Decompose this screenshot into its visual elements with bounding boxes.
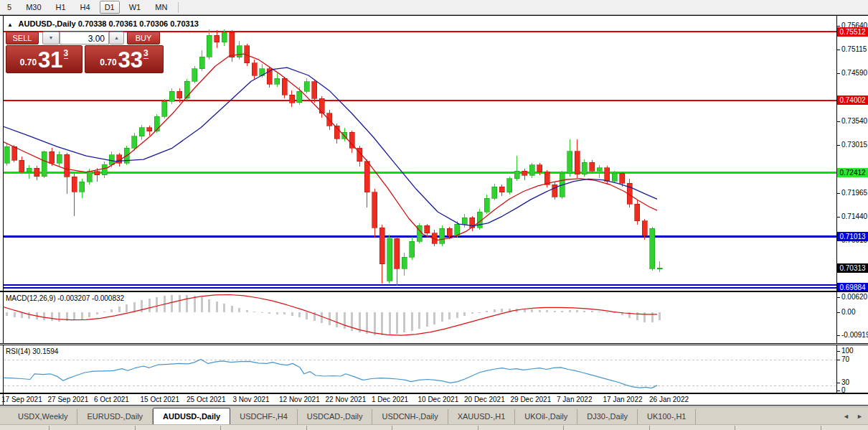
date-tick-label: 17 Sep 2021 — [1, 396, 42, 403]
chart-tab-eurusd[interactable]: EURUSD-,Daily — [77, 409, 153, 424]
tab-scroll-left-icon[interactable]: ◄ — [843, 413, 849, 420]
price-level-badge: 0.70313 — [837, 263, 868, 273]
panel-separator-rsi-dates — [0, 393, 868, 394]
chart-tab-ukoil[interactable]: UKOil-,Daily — [515, 409, 577, 424]
date-tick-label: 6 Oct 2021 — [94, 396, 129, 403]
rsi-tick-mark — [837, 383, 840, 383]
volume-increase-button[interactable]: ▲ — [109, 32, 124, 45]
rsi-indicator-canvas[interactable] — [4, 345, 836, 393]
macd-tick-mark — [837, 312, 840, 313]
collapse-triangle-icon[interactable]: ▲ — [7, 22, 13, 28]
rsi-tick-label: 30 — [841, 378, 849, 386]
date-tick-label: 22 Nov 2021 — [326, 396, 367, 403]
chart-ohlc-readout: 0.70338 0.70361 0.70306 0.70313 — [78, 19, 199, 28]
date-axis-bottom-border — [0, 405, 868, 406]
status-divider — [821, 426, 821, 430]
price-tick-label: 0.71440 — [841, 212, 867, 220]
date-tick-label: 25 Oct 2021 — [187, 396, 225, 403]
macd-indicator-canvas[interactable] — [4, 292, 836, 344]
status-divider — [135, 426, 136, 430]
volume-input[interactable]: 3.00 — [60, 32, 109, 45]
price-level-badge: 0.74002 — [837, 95, 868, 105]
price-axis-separator — [836, 16, 837, 393]
rsi-indicator-label: RSI(14) 30.1594 — [6, 347, 58, 355]
timeframe-toolbar: 5M30H1H4D1W1MN — [0, 0, 868, 15]
status-divider — [563, 426, 564, 430]
date-tick-label: 7 Jan 2022 — [557, 396, 593, 403]
timeframe-button-m30[interactable]: M30 — [21, 1, 46, 14]
price-tick-mark — [837, 193, 840, 194]
status-divider — [49, 426, 49, 430]
buy-button[interactable]: BUY — [127, 32, 160, 45]
buy-price-box[interactable]: 0.70 33 3 — [85, 45, 164, 73]
rsi-tick-mark — [837, 391, 840, 391]
sell-price-big: 31 — [38, 50, 62, 70]
chart-tab-usdcad[interactable]: USDCAD-,Daily — [298, 409, 373, 424]
buy-price-big: 33 — [118, 50, 143, 70]
price-tick-label: 0.73540 — [841, 117, 867, 125]
chart-title: ▲ AUDUSD-,Daily 0.70338 0.70361 0.70306 … — [7, 19, 199, 28]
macd-tick-mark — [837, 297, 840, 298]
chart-tab-bar: USDX,WeeklyEURUSD-,DailyAUDUSD-,DailyUSD… — [0, 406, 868, 424]
rsi-tick-label: 70 — [841, 355, 849, 363]
volume-decrease-button[interactable]: ▼ — [42, 32, 60, 45]
sell-price-prefix: 0.70 — [20, 57, 37, 67]
price-tick-label: 0.71965 — [841, 189, 867, 197]
timeframe-button-h1[interactable]: H1 — [51, 1, 71, 14]
price-tick-label: 0.75115 — [841, 45, 867, 53]
status-divider — [649, 426, 650, 430]
buy-price-pipette: 3 — [143, 48, 148, 59]
price-tick-mark — [837, 26, 840, 27]
price-tick-label: 0.73015 — [841, 141, 867, 149]
timeframe-button-d1[interactable]: D1 — [100, 1, 120, 14]
price-level-badge: 0.71013 — [837, 232, 868, 241]
macd-tick-label: -0.009197 — [841, 331, 868, 339]
chart-tab-usdchf[interactable]: USDCHF-,H4 — [230, 409, 298, 424]
status-divider — [478, 426, 478, 430]
timeframe-button-mn[interactable]: MN — [150, 1, 172, 14]
date-tick-label: 17 Jan 2022 — [603, 396, 643, 403]
macd-tick-label: 0.006201 — [841, 293, 868, 301]
price-tick-mark — [837, 121, 840, 122]
chart-tab-dj30[interactable]: DJ30-,Daily — [577, 409, 638, 424]
window-frame-left — [3, 16, 4, 406]
chart-window: ▲ AUDUSD-,Daily 0.70338 0.70361 0.70306 … — [0, 15, 868, 430]
timeframe-button-w1[interactable]: W1 — [124, 1, 146, 14]
timeframe-button-h4[interactable]: H4 — [75, 1, 95, 14]
date-tick-label: 10 Dec 2021 — [418, 396, 459, 403]
date-tick-label: 3 Nov 2021 — [233, 396, 270, 403]
date-tick-label: 20 Dec 2021 — [464, 396, 505, 403]
buy-price-prefix: 0.70 — [100, 57, 116, 67]
rsi-tick-label: 100 — [841, 347, 854, 355]
price-tick-mark — [837, 217, 840, 218]
date-tick-label: 1 Dec 2021 — [372, 396, 408, 403]
date-tick-label: 29 Dec 2021 — [511, 396, 552, 403]
sell-price-box[interactable]: 0.70 31 3 — [6, 45, 82, 73]
tab-scroll-right-icon[interactable]: ► — [857, 413, 863, 420]
panel-separator-main-macd[interactable] — [0, 291, 868, 292]
date-tick-label: 15 Oct 2021 — [141, 396, 179, 403]
chart-tab-xauusd[interactable]: XAUUSD-,H1 — [448, 409, 516, 424]
status-divider — [220, 426, 221, 430]
chart-tab-usdx[interactable]: USDX,Weekly — [9, 409, 77, 424]
panel-separator-macd-rsi[interactable] — [0, 343, 868, 345]
status-strip — [0, 424, 868, 430]
rsi-tick-mark — [837, 360, 840, 360]
price-tick-label: 0.74590 — [841, 69, 867, 77]
macd-indicator-label: MACD(12,26,9) -0.003207 -0.000832 — [6, 294, 124, 302]
macd-tick-label: 0.00 — [841, 308, 855, 316]
price-level-badge: 0.72412 — [837, 168, 868, 177]
timeframe-button-5[interactable]: 5 — [2, 1, 16, 14]
chart-tab-uk100[interactable]: UK100-,H1 — [638, 409, 696, 424]
date-tick-label: 26 Jan 2022 — [649, 396, 689, 403]
chart-symbol-period: AUDUSD-,Daily — [19, 19, 76, 28]
date-tick-label: 12 Nov 2021 — [279, 396, 320, 403]
status-divider — [735, 426, 735, 430]
chart-tab-usdcnh[interactable]: USDCNH-,Daily — [372, 409, 448, 424]
chart-tab-audusd[interactable]: AUDUSD-,Daily — [153, 408, 230, 424]
macd-tick-mark — [837, 335, 840, 336]
date-tick-label: 27 Sep 2021 — [48, 396, 89, 403]
status-divider — [392, 426, 392, 430]
price-tick-mark — [837, 73, 840, 74]
sell-button[interactable]: SELL — [6, 32, 39, 45]
